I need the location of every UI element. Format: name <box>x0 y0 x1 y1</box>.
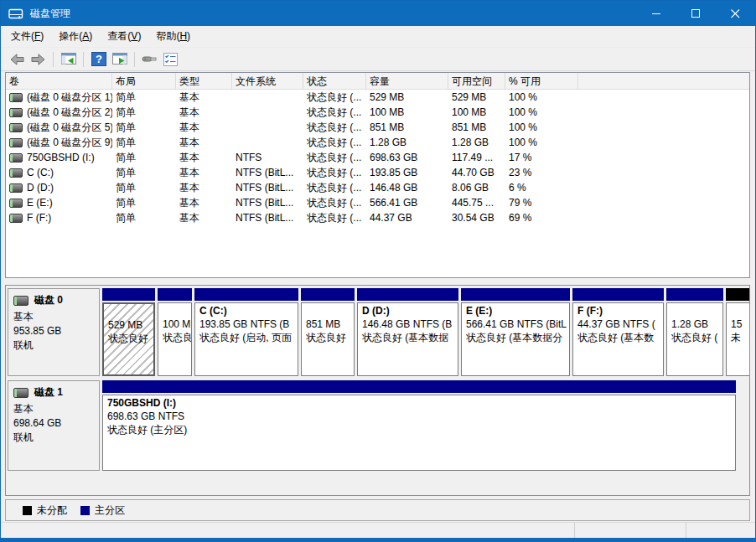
main-content: 卷布局类型文件系统状态容量可用空间% 可用 (磁盘 0 磁盘分区 1)简单基本状… <box>1 71 755 538</box>
cell-capacity: 100 MB <box>366 106 448 118</box>
disk-kind: 基本 <box>13 310 97 324</box>
cell-status: 状态良好 (... <box>303 90 366 105</box>
menu-item-A[interactable]: 操作(A) <box>51 26 100 47</box>
tool-button[interactable] <box>140 50 159 69</box>
minimize-button[interactable] <box>637 1 676 26</box>
volume-row[interactable]: 750GBSHD (I:)简单基本NTFS状态良好 (...698.63 GB1… <box>6 150 749 165</box>
cell-layout: 简单 <box>112 136 176 150</box>
volume-icon <box>9 138 23 147</box>
cell-layout: 简单 <box>112 106 176 120</box>
partition-name: D (D:) <box>362 304 453 317</box>
partition-block[interactable]: F (F:)44.37 GB NTFS (状态良好 (基本数 <box>572 288 664 376</box>
menu-item-H[interactable]: 帮助(H) <box>148 26 198 47</box>
show-console-tree-button[interactable] <box>59 50 78 69</box>
column-header-status[interactable]: 状态 <box>303 73 366 89</box>
partition-body: F (F:)44.37 GB NTFS (状态良好 (基本数 <box>572 302 664 376</box>
checklist-icon <box>163 53 178 66</box>
column-header-capacity[interactable]: 容量 <box>366 73 448 89</box>
disk-state: 联机 <box>13 338 97 353</box>
partition-status-line: 状态良好 (基本数 <box>577 331 659 344</box>
partition-block[interactable]: 1.28 GB状态良好 ( <box>666 288 723 376</box>
unallocated-block[interactable]: 15未 <box>726 288 749 376</box>
cell-type: 基本 <box>176 211 232 225</box>
forward-button[interactable] <box>28 50 48 69</box>
legend-bar: 未分配主分区 <box>5 499 750 521</box>
partition-block[interactable]: 100 MB状态良好 <box>158 288 192 376</box>
checklist-button[interactable] <box>161 50 180 69</box>
partition-size-line: 851 MB <box>306 317 350 331</box>
cell-volume: C (C:) <box>6 167 112 178</box>
partition-color-bar <box>102 288 155 301</box>
column-header-layout[interactable]: 布局 <box>112 73 176 89</box>
close-button[interactable] <box>716 1 755 26</box>
pane-splitter[interactable] <box>5 278 750 285</box>
cell-fs: NTFS (BitL... <box>232 182 303 194</box>
partition-block[interactable]: E (E:)566.41 GB NTFS (BitL状态良好 (基本数据分 <box>461 288 570 376</box>
titlebar[interactable]: 磁盘管理 <box>1 1 755 26</box>
volume-row[interactable]: (磁盘 0 磁盘分区 5)简单基本状态良好 (...851 MB851 MB10… <box>6 120 749 135</box>
legend-label: 主分区 <box>95 503 125 518</box>
volume-row[interactable]: D (D:)简单基本NTFS (BitL...状态良好 (...146.48 G… <box>6 180 749 195</box>
cell-status: 状态良好 (... <box>303 151 366 165</box>
volume-row[interactable]: (磁盘 0 磁盘分区 2)简单基本状态良好 (...100 MB100 MB10… <box>6 105 749 120</box>
partition-size-line: 566.41 GB NTFS (BitL <box>466 317 565 331</box>
status-cell <box>686 523 755 538</box>
cell-free: 1.28 GB <box>448 137 505 148</box>
partition-block[interactable]: D (D:)146.48 GB NTFS (B状态良好 (基本数据 <box>357 288 458 376</box>
partition-color-bar <box>102 380 736 393</box>
cell-capacity: 1.28 GB <box>366 137 448 148</box>
back-icon <box>10 54 24 65</box>
partition-block[interactable]: 529 MB状态良好 <box>102 288 155 376</box>
cell-status: 状态良好 (... <box>303 106 366 120</box>
column-header-pct[interactable]: % 可用 <box>505 73 578 89</box>
volume-icon <box>9 153 23 163</box>
partition-block[interactable]: 750GBSHD (I:)698.63 GB NTFS状态良好 (主分区) <box>102 380 736 471</box>
partition-name <box>108 305 149 318</box>
cell-layout: 简单 <box>112 181 176 195</box>
volume-row[interactable]: C (C:)简单基本NTFS (BitL...状态良好 (...193.85 G… <box>6 165 749 180</box>
cell-status: 状态良好 (... <box>303 136 366 150</box>
column-header-fs[interactable]: 文件系统 <box>232 73 303 89</box>
maximize-button[interactable] <box>676 1 716 26</box>
cell-type: 基本 <box>176 90 232 105</box>
cell-volume: D (D:) <box>6 182 112 194</box>
disk-info-1[interactable]: 磁盘 1基本698.64 GB联机 <box>8 380 100 471</box>
partition-block[interactable]: C (C:)193.85 GB NTFS (B状态良好 (启动, 页面 <box>194 288 298 376</box>
cell-type: 基本 <box>176 106 232 120</box>
cell-pct: 100 % <box>505 121 578 133</box>
help-button[interactable]: ? <box>89 50 108 69</box>
volume-table-header: 卷布局类型文件系统状态容量可用空间% 可用 <box>6 73 749 90</box>
partition-status-line: 状态良好 <box>306 331 350 344</box>
legend-swatch <box>80 506 90 515</box>
volume-row[interactable]: (磁盘 0 磁盘分区 1)简单基本状态良好 (...529 MB529 MB10… <box>6 90 749 105</box>
column-header-volume[interactable]: 卷 <box>6 73 112 89</box>
partition-body: C (C:)193.85 GB NTFS (B状态良好 (启动, 页面 <box>194 302 298 376</box>
show-action-pane-button[interactable] <box>110 50 129 69</box>
cell-status: 状态良好 (... <box>303 196 366 210</box>
volume-row[interactable]: (磁盘 0 磁盘分区 9)简单基本状态良好 (...1.28 GB1.28 GB… <box>6 135 749 150</box>
cell-capacity: 44.37 GB <box>366 212 448 224</box>
partition-color-bar <box>461 288 570 301</box>
show-console-tree-icon <box>61 53 76 65</box>
menu-item-V[interactable]: 查看(V) <box>100 26 148 47</box>
partition-body: 100 MB状态良好 <box>158 302 192 376</box>
close-icon <box>731 9 740 18</box>
toolbar-separator <box>53 52 54 67</box>
forward-icon <box>31 54 45 65</box>
graphical-view-pane: 磁盘 0基本953.85 GB联机529 MB状态良好100 MB状态良好C (… <box>5 285 750 496</box>
column-header-type[interactable]: 类型 <box>176 73 232 89</box>
disk-size: 953.85 GB <box>13 324 97 338</box>
partition-block[interactable]: 851 MB状态良好 <box>301 288 355 376</box>
volume-row[interactable]: E (E:)简单基本NTFS (BitL...状态良好 (...566.41 G… <box>6 195 749 210</box>
column-header-free[interactable]: 可用空间 <box>448 73 505 89</box>
disk-info-0[interactable]: 磁盘 0基本953.85 GB联机 <box>8 288 100 376</box>
cell-layout: 简单 <box>112 196 176 210</box>
partition-size-line: 15 <box>731 317 749 331</box>
cell-status: 状态良好 (... <box>303 181 366 195</box>
back-button[interactable] <box>8 50 27 69</box>
volume-row[interactable]: F (F:)简单基本NTFS (BitL...状态良好 (...44.37 GB… <box>6 210 749 225</box>
toolbar-separator <box>134 52 135 67</box>
cell-status: 状态良好 (... <box>303 166 366 180</box>
menu-item-F[interactable]: 文件(F) <box>3 26 51 47</box>
cell-capacity: 698.63 GB <box>366 152 448 163</box>
